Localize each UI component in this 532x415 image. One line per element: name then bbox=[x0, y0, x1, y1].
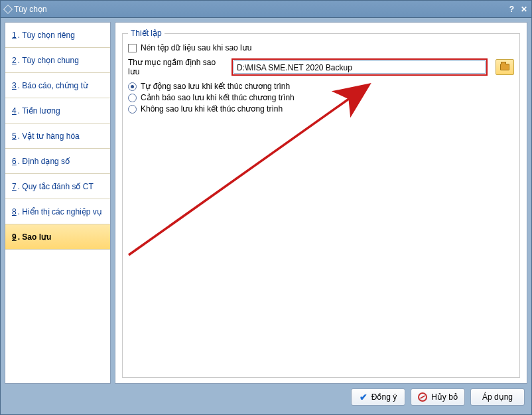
fieldset-title: Thiết lập bbox=[128, 29, 165, 38]
radio-label: Không sao lưu khi kết thúc chương trình bbox=[141, 104, 283, 114]
backup-mode-radio-1[interactable]: Cảnh báo sao lưu khi kết thúc chương trì… bbox=[128, 93, 514, 102]
sidebar: 1. Tùy chọn riêng2. Tùy chọn chung3. Báo… bbox=[5, 22, 111, 384]
sidebar-item-4[interactable]: 4. Tiền lương bbox=[5, 98, 110, 124]
sidebar-item-label: . Báo cáo, chứng từ bbox=[18, 81, 88, 90]
sidebar-item-hotkey: 7 bbox=[12, 182, 17, 191]
sidebar-item-5[interactable]: 5. Vật tư hàng hóa bbox=[5, 124, 110, 149]
content-panel: Thiết lập Nén tệp dữ liệu sau khi sao lư… bbox=[115, 22, 527, 384]
sidebar-item-label: . Tùy chọn chung bbox=[18, 56, 79, 65]
sidebar-item-label: . Định dạng số bbox=[18, 157, 70, 166]
sidebar-item-hotkey: 1 bbox=[12, 31, 17, 40]
backup-path-input[interactable]: D:\MISA SME.NET 2020 Backup bbox=[233, 60, 486, 74]
radio-label: Tự động sao lưu khi kết thúc chương trìn… bbox=[141, 82, 290, 91]
sidebar-item-hotkey: 3 bbox=[12, 81, 17, 90]
window-icon bbox=[3, 4, 13, 13]
sidebar-item-label: . Tùy chọn riêng bbox=[18, 31, 75, 40]
sidebar-item-hotkey: 4 bbox=[12, 106, 17, 116]
backup-mode-radio-2[interactable]: Không sao lưu khi kết thúc chương trình bbox=[128, 104, 514, 114]
sidebar-item-6[interactable]: 6. Định dạng số bbox=[5, 149, 110, 174]
browse-button[interactable] bbox=[496, 59, 514, 75]
ok-button[interactable]: ✔ Đồng ý bbox=[351, 388, 405, 406]
apply-button[interactable]: Áp dụng bbox=[470, 388, 525, 406]
sidebar-item-hotkey: 9 bbox=[12, 232, 17, 242]
sidebar-item-label: . Hiển thị các nghiệp vụ bbox=[18, 207, 102, 216]
cancel-button[interactable]: Hủy bỏ bbox=[411, 388, 465, 406]
compress-checkbox[interactable] bbox=[128, 44, 137, 52]
sidebar-item-label: . Vật tư hàng hóa bbox=[18, 131, 80, 141]
settings-fieldset: Thiết lập Nén tệp dữ liệu sau khi sao lư… bbox=[122, 33, 520, 378]
sidebar-item-3[interactable]: 3. Báo cáo, chứng từ bbox=[5, 73, 110, 98]
titlebar: Tùy chọn ? ✕ bbox=[1, 1, 531, 18]
client-area: 1. Tùy chọn riêng2. Tùy chọn chung3. Báo… bbox=[1, 18, 531, 414]
apply-label: Áp dụng bbox=[482, 392, 513, 402]
backup-mode-radio-0[interactable]: Tự động sao lưu khi kết thúc chương trìn… bbox=[128, 82, 514, 91]
radio-label: Cảnh báo sao lưu khi kết thúc chương trì… bbox=[141, 93, 295, 102]
compress-label: Nén tệp dữ liệu sau khi sao lưu bbox=[141, 43, 251, 52]
sidebar-item-2[interactable]: 2. Tùy chọn chung bbox=[5, 48, 110, 73]
radio-icon bbox=[128, 82, 137, 91]
sidebar-item-hotkey: 6 bbox=[12, 157, 17, 166]
path-highlight: D:\MISA SME.NET 2020 Backup bbox=[232, 58, 488, 76]
folder-icon bbox=[500, 64, 509, 70]
radio-icon bbox=[128, 94, 137, 102]
cancel-label: Hủy bỏ bbox=[431, 392, 458, 402]
help-button[interactable]: ? bbox=[509, 5, 514, 14]
sidebar-item-7[interactable]: 7. Quy tắc đánh số CT bbox=[5, 174, 110, 199]
sidebar-item-label: . Tiền lương bbox=[18, 106, 60, 116]
dialog-footer: ✔ Đồng ý Hủy bỏ Áp dụng bbox=[5, 384, 527, 410]
sidebar-item-hotkey: 5 bbox=[12, 131, 17, 141]
close-button[interactable]: ✕ bbox=[521, 5, 527, 14]
default-dir-label: Thư mục ngầm định sao lưu bbox=[128, 58, 228, 76]
window-title: Tùy chọn bbox=[14, 5, 47, 14]
sidebar-item-1[interactable]: 1. Tùy chọn riêng bbox=[5, 23, 110, 48]
sidebar-item-hotkey: 2 bbox=[12, 56, 17, 65]
cancel-icon bbox=[418, 392, 427, 402]
ok-label: Đồng ý bbox=[371, 392, 397, 402]
radio-icon bbox=[128, 105, 137, 114]
sidebar-item-label: . Sao lưu bbox=[18, 232, 52, 242]
sidebar-item-9[interactable]: 9. Sao lưu bbox=[5, 224, 110, 250]
sidebar-item-hotkey: 8 bbox=[12, 207, 17, 216]
sidebar-item-8[interactable]: 8. Hiển thị các nghiệp vụ bbox=[5, 199, 110, 224]
options-dialog: Tùy chọn ? ✕ 1. Tùy chọn riêng2. Tùy chọ… bbox=[0, 0, 532, 415]
check-icon: ✔ bbox=[360, 392, 367, 402]
sidebar-item-label: . Quy tắc đánh số CT bbox=[18, 182, 94, 191]
